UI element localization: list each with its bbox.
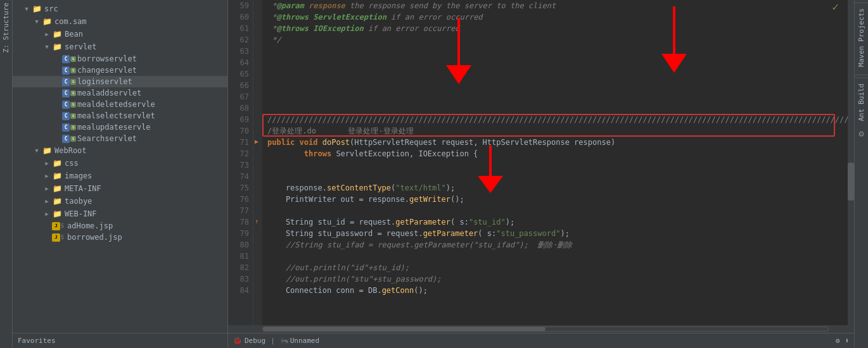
tree-item-borrowservlet[interactable]: C s borrowservlet: [13, 53, 227, 65]
arrow-mealupdate: [53, 123, 61, 131]
unnamed-label: Unnamed: [290, 337, 319, 345]
code-line-63: [267, 46, 843, 57]
mealselectservlet-label: mealselectservlet: [77, 111, 155, 120]
ln-76: 76: [228, 194, 249, 205]
code-line-62: */: [267, 34, 843, 46]
line-numbers: 59 60 61 62 63 64 65 66 67 68 69 70 71 7…: [228, 0, 253, 325]
mealupdateservle-label: mealupdateservle: [77, 123, 151, 132]
ln-81: 81: [228, 251, 249, 262]
code-line-79: String stu_password = request. getParame…: [267, 228, 843, 239]
tree-content: 📁 src 📁 com.sam 📁 Bean 📁 servlet C s: [13, 0, 227, 333]
arrow-bean: [43, 30, 51, 38]
tree-item-servlet[interactable]: 📁 servlet: [13, 40, 227, 53]
ln-65: 65: [228, 68, 249, 80]
code-line-73: [267, 159, 843, 171]
editor-gutter: ▶ ↑: [253, 0, 262, 325]
debug-label: Debug: [245, 337, 265, 345]
folder-icon-images: 📁: [52, 171, 62, 181]
folder-icon-webroot: 📁: [42, 146, 52, 156]
tree-item-mealselect[interactable]: C s mealselectservlet: [13, 110, 227, 121]
code-line-82: //out.println("id"+stu_id);: [267, 262, 843, 273]
mealaddservlet-label: mealaddservlet: [77, 89, 141, 97]
tree-item-images[interactable]: 📁 images: [13, 170, 227, 182]
tree-item-meta-inf[interactable]: 📁 META-INF: [13, 182, 227, 195]
settings-icon[interactable]: ⚙: [836, 337, 840, 345]
arrow-mealdeleted: [53, 101, 61, 108]
ln-60: 60: [228, 11, 249, 23]
structure-panel[interactable]: Z: Structure: [0, 0, 13, 348]
ln-59: 59: [228, 0, 249, 11]
folder-icon-bean: 📁: [52, 29, 62, 39]
code-line-81: [267, 251, 843, 262]
tree-item-changeservlet[interactable]: C s changeservlet: [13, 65, 227, 76]
com-sam-label: com.sam: [54, 17, 87, 26]
download-icon[interactable]: ⬇: [845, 337, 849, 345]
class-icons-mealadd: C s: [62, 89, 76, 97]
tree-item-loginservlet[interactable]: C s loginservlet: [13, 76, 227, 87]
code-line-70: /登录处理.do 登录处理·登录处理: [267, 125, 843, 137]
ln-66: 66: [228, 80, 249, 91]
code-line-64: [267, 57, 843, 68]
code-line-60: * @throws ServletException if an error o…: [267, 11, 843, 23]
code-line-67: [267, 91, 843, 103]
changeservlet-label: changeservlet: [77, 66, 137, 75]
ln-75: 75: [228, 182, 249, 194]
folder-icon-servlet: 📁: [52, 42, 62, 52]
ant-build-tab[interactable]: Ant Build: [855, 78, 868, 127]
jsp-icons-adhome: J S: [52, 221, 66, 230]
tree-item-mealupdate[interactable]: C s mealupdateservle: [13, 121, 227, 133]
tree-item-adhome[interactable]: J S adHome.jsp: [13, 220, 227, 232]
tree-item-borrowed[interactable]: J S borrowed.jsp: [13, 232, 227, 243]
ln-72: 72: [228, 148, 249, 159]
ln-64: 64: [228, 57, 249, 68]
tree-item-src[interactable]: 📁 src: [13, 3, 227, 15]
tree-item-mealaddservlet[interactable]: C s mealaddservlet: [13, 87, 227, 99]
favorites-label: Favorites: [18, 337, 56, 345]
code-line-61: * @throws IOException if an error occurr…: [267, 23, 843, 34]
gear-area: ⚙: [858, 126, 864, 348]
ln-71: 71: [228, 137, 249, 148]
tree-item-com-sam[interactable]: 📁 com.sam: [13, 15, 227, 28]
code-line-83: //out.println("stu"+stu_password);: [267, 273, 843, 285]
folder-icon-webinf: 📁: [52, 209, 62, 219]
bean-label: Bean: [65, 30, 83, 39]
maven-tab[interactable]: Maven Projects: [855, 3, 868, 72]
tab-divider: [855, 75, 868, 75]
tree-item-bean[interactable]: 📁 Bean: [13, 28, 227, 40]
ln-78: 78: [228, 216, 249, 228]
jsp-icons-borrowed: J S: [52, 233, 66, 242]
tree-item-css[interactable]: 📁 css: [13, 157, 227, 170]
tree-item-webroot[interactable]: 📁 WebRoot: [13, 144, 227, 157]
tree-item-web-inf[interactable]: 📁 WEB-INF: [13, 208, 227, 220]
code-line-68: [267, 103, 843, 114]
horizontal-scrollbar-track[interactable]: [262, 326, 829, 332]
arrow-css: [43, 159, 51, 167]
ln-68: 68: [228, 103, 249, 114]
tree-item-searchservlet[interactable]: C s Searchservlet: [13, 133, 227, 144]
folder-icon-metainf: 📁: [52, 183, 62, 194]
folder-icon-taobye: 📁: [52, 196, 62, 206]
scrollbar-thumb[interactable]: [848, 163, 854, 201]
code-line-72: throws ServletException, IOException {: [267, 148, 843, 159]
code-editor[interactable]: ✓ * @param response the response send by…: [262, 0, 848, 325]
tree-item-mealdeleted[interactable]: C s mealdeletedservle: [13, 99, 227, 110]
ant-icon: 🐜: [280, 337, 289, 345]
ln-62: 62: [228, 34, 249, 46]
ln-84: 84: [228, 285, 249, 296]
favorites-bar[interactable]: Favorites: [13, 333, 227, 348]
arrow-servlet: [43, 43, 51, 51]
folder-icon-css: 📁: [52, 158, 62, 168]
arrow-taobye: [43, 197, 51, 205]
project-tree: 📁 src 📁 com.sam 📁 Bean 📁 servlet C s: [13, 0, 228, 348]
adhome-label: adHome.jsp: [67, 221, 113, 230]
vertical-scrollbar[interactable]: [848, 0, 854, 325]
arrow-metainf: [43, 185, 51, 192]
tree-item-taobye[interactable]: 📁 taobye: [13, 195, 227, 208]
debug-icon: 🐞: [233, 337, 242, 345]
webroot-label: WebRoot: [54, 146, 87, 155]
class-icons-mealselect: C s: [62, 111, 76, 120]
editor-container: 59 60 61 62 63 64 65 66 67 68 69 70 71 7…: [228, 0, 854, 348]
horizontal-scrollbar-thumb[interactable]: [263, 327, 546, 331]
gear-icon-right[interactable]: ⚙: [858, 128, 864, 139]
folder-icon-src: 📁: [32, 4, 42, 14]
